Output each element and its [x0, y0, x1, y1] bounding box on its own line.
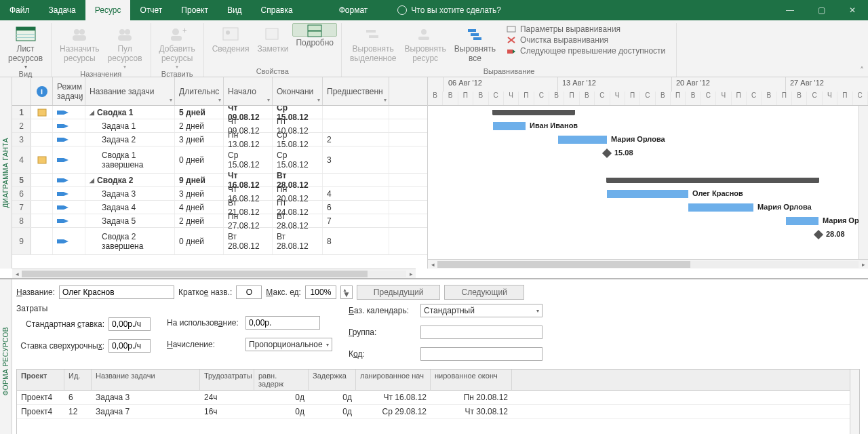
task-hscroll[interactable]: ◂▸	[12, 269, 416, 278]
maximize-button[interactable]: ▢	[806, 0, 837, 20]
ovt-rate-label: Ставка сверхурочных:	[16, 341, 104, 351]
info-button[interactable]: Сведения	[208, 23, 254, 54]
resource-sheet-button[interactable]: Лист ресурсов▾	[4, 23, 47, 70]
name-input[interactable]	[59, 285, 174, 299]
add-resources-button[interactable]: +Добавить ресурсы▾	[155, 23, 199, 70]
per-use-input[interactable]	[245, 316, 320, 330]
accrue-select[interactable]: Пропорциональное▾	[245, 338, 332, 351]
std-rate-input[interactable]	[108, 317, 151, 331]
svg-point-7	[119, 29, 125, 35]
task-row[interactable]: 4Сводка 1 завершена0 днейСр 15.08.12Ср 1…	[12, 146, 427, 174]
next-overallocation-link[interactable]: Следующее превышение доступности	[507, 46, 665, 56]
assign-col[interactable]: Проект	[17, 370, 64, 390]
task-row[interactable]: 7Задача 44 днейВт 21.08.12Пт 24.08.126	[12, 201, 427, 214]
close-button[interactable]: ✕	[837, 0, 868, 20]
next-button[interactable]: Следующий	[444, 285, 524, 300]
assign-col[interactable]: Задержка	[309, 370, 356, 390]
assignment-row[interactable]: Проект46Задача 324ч0д0дЧт 16.08.12Пн 20.…	[17, 391, 850, 405]
col-predecessors[interactable]: Предшественн▾	[323, 77, 389, 105]
level-selection-button[interactable]: Выровнять выделенное	[346, 23, 401, 64]
task-bar[interactable]	[493, 122, 526, 130]
spinner-icon[interactable]: ▲▼	[340, 285, 353, 299]
level-resource-button[interactable]: Выровнять ресурс	[401, 23, 450, 64]
leveling-options-link[interactable]: Параметры выравнивания	[507, 24, 665, 34]
gantt-vscroll[interactable]	[859, 106, 868, 259]
assign-col[interactable]: равн. задерж	[254, 370, 309, 390]
svg-rect-9	[118, 35, 132, 41]
task-row[interactable]: 1◢Сводка 15 днейЧт 09.08.12Ср 15.08.12	[12, 106, 427, 119]
task-bar[interactable]	[688, 203, 753, 212]
summary-bar[interactable]	[493, 110, 574, 115]
svg-rect-33	[38, 157, 46, 163]
assign-col[interactable]: Название задачи	[92, 370, 200, 390]
tell-me-search[interactable]: Что вы хотите сделать?	[397, 0, 501, 20]
task-bar[interactable]	[786, 217, 818, 225]
assignment-row[interactable]: Проект412Задача 716ч0д0дСр 29.08.12Чт 30…	[17, 405, 850, 419]
short-input[interactable]	[236, 285, 262, 299]
tab-task[interactable]: Задача	[39, 0, 85, 20]
people-icon	[114, 24, 136, 43]
tab-help[interactable]: Справка	[252, 0, 302, 20]
tab-file[interactable]: Файл	[0, 0, 39, 20]
costs-heading: Затраты	[16, 304, 151, 313]
gantt-view-strip[interactable]: ДИАГРАММА ГАНТА	[0, 77, 12, 269]
col-duration[interactable]: Длительнс▾	[175, 77, 224, 105]
code-input[interactable]	[420, 347, 542, 361]
ovt-rate-input[interactable]	[108, 339, 151, 353]
svg-point-20	[421, 29, 427, 35]
tab-report[interactable]: Отчет	[130, 0, 172, 20]
task-bar[interactable]	[558, 136, 607, 144]
assign-col[interactable]: ланированное нач	[356, 370, 431, 390]
col-finish[interactable]: Окончани▾	[273, 77, 323, 105]
group-input[interactable]	[420, 326, 542, 339]
bar-label: Иван Иванов	[530, 121, 578, 130]
name-label: Название:	[16, 288, 55, 297]
col-name[interactable]: Название задачи▾	[85, 77, 175, 105]
level-all-button[interactable]: Выровнять все	[450, 23, 500, 64]
task-row[interactable]: 6Задача 33 днейЧт 16.08.12Пн 20.08.124	[12, 187, 427, 201]
summary-bar[interactable]	[607, 178, 818, 183]
milestone[interactable]	[602, 149, 612, 158]
tab-view[interactable]: Вид	[218, 0, 252, 20]
assign-col[interactable]: Трудозатраты	[200, 370, 254, 390]
col-info[interactable]: i	[31, 77, 53, 105]
task-row[interactable]: 8Задача 52 днейПн 27.08.12Вт 28.08.127	[12, 214, 427, 228]
task-table-header: i Режим задачи▾ Название задачи▾ Длитель…	[12, 77, 427, 106]
tab-project[interactable]: Проект	[172, 0, 218, 20]
bar-label: Мария Орлова	[757, 203, 812, 211]
col-start[interactable]: Начало▾	[224, 77, 273, 105]
details-button[interactable]: Подробно	[292, 23, 337, 37]
group-props-label: Свойства	[204, 67, 341, 77]
svg-rect-21	[418, 37, 429, 40]
tab-format[interactable]: Формат	[330, 0, 378, 20]
task-row[interactable]: 5◢Сводка 29 днейЧт 16.08.12Вт 28.08.12	[12, 174, 427, 187]
col-mode[interactable]: Режим задачи▾	[53, 77, 85, 105]
svg-rect-25	[507, 26, 515, 32]
level-icon	[414, 24, 436, 43]
clear-leveling-link[interactable]: Очистка выравнивания	[507, 35, 665, 45]
resource-form-strip[interactable]: ФОРМА РЕСУРСОВ	[0, 279, 12, 434]
note-icon	[262, 24, 283, 43]
max-input[interactable]	[305, 285, 336, 299]
task-row[interactable]: 3Задача 23 днейПн 13.08.12Ср 15.08.122	[12, 133, 427, 146]
bar-label: Мария Ор	[823, 216, 859, 224]
collapse-ribbon-icon[interactable]: ˄	[860, 66, 864, 75]
svg-rect-31	[57, 124, 64, 128]
tab-resource[interactable]: Ресурс	[85, 0, 131, 20]
notes-button[interactable]: Заметки	[253, 23, 292, 54]
overalloc-icon	[507, 47, 516, 55]
milestone[interactable]	[814, 230, 823, 239]
assignment-vscroll[interactable]	[850, 370, 859, 434]
resource-pool-button[interactable]: Пул ресурсов▾	[104, 23, 146, 70]
assign-col[interactable]: Ид.	[64, 370, 92, 390]
gantt-hscroll[interactable]: ◂▸	[428, 259, 868, 269]
task-row[interactable]: 9Сводка 2 завершена0 днейВт 28.08.12Вт 2…	[12, 228, 427, 255]
assign-col[interactable]: нированное оконч	[431, 370, 512, 390]
svg-rect-16	[308, 25, 321, 31]
task-bar[interactable]	[607, 190, 688, 198]
assign-resources-button[interactable]: Назначить ресурсы	[56, 23, 103, 64]
task-row[interactable]: 2Задача 12 днейЧт 09.08.12Пт 10.08.12	[12, 119, 427, 133]
prev-button[interactable]: Предыдущий	[357, 285, 441, 300]
calendar-select[interactable]: Стандартный▾	[420, 304, 542, 317]
minimize-button[interactable]: —	[774, 0, 806, 20]
